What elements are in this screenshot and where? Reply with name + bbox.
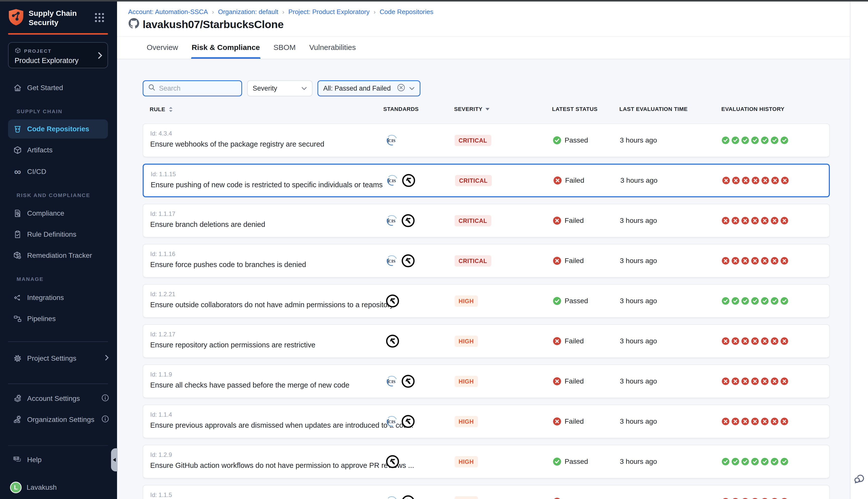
breadcrumb-account[interactable]: Account: Automation-SSCA (128, 8, 208, 15)
pass-icon (751, 297, 759, 305)
status-filter[interactable]: All: Passed and Failed (317, 80, 420, 96)
rule-name: Ensure webhooks of the package registry … (150, 140, 324, 148)
sidebar-item-code-repositories[interactable]: Code Repositories (0, 120, 117, 138)
breadcrumb-code-repositories[interactable]: Code Repositories (380, 8, 434, 15)
fail-icon (751, 257, 759, 265)
table-row[interactable]: Id: 1.1.9Ensure all checks have passed b… (143, 364, 830, 398)
user-menu[interactable]: L Lavakush (0, 479, 117, 496)
severity-badge: HIGH (455, 295, 478, 307)
home-icon (13, 83, 23, 93)
cis-standard-icon: CIS (386, 255, 398, 267)
rule-id: Id: 1.1.17 (150, 210, 175, 217)
cis-standard-icon: CIS (386, 174, 398, 186)
sidebar-item-project-settings[interactable]: Project Settings (0, 350, 117, 367)
status-cell: Failed (553, 405, 584, 438)
last-evaluation-time: 3 hours ago (620, 244, 657, 277)
search-box (143, 80, 242, 96)
gear-icon (13, 354, 23, 363)
fail-icon (761, 217, 769, 224)
section-supply-chain: SUPPLY CHAIN (16, 108, 62, 114)
fail-icon (771, 177, 779, 184)
help-chat-icon: ? (13, 455, 23, 464)
tab-sbom[interactable]: SBOM (273, 43, 296, 59)
fail-icon (732, 337, 739, 345)
sidebar-item-help[interactable]: ? Help (0, 451, 117, 468)
sidebar-item-integrations[interactable]: Integrations (0, 289, 117, 306)
pass-icon (751, 136, 759, 144)
layers-gear-icon (13, 394, 23, 403)
chat-support-icon[interactable] (853, 472, 866, 487)
fail-icon (781, 418, 788, 425)
last-evaluation-time: 3 hours ago (620, 365, 657, 398)
evaluation-history (722, 244, 788, 277)
section-risk-and-compliance: RISK AND COMPLIANCE (16, 192, 90, 198)
app-switcher-icon[interactable] (95, 13, 104, 22)
fail-icon (761, 177, 769, 184)
chevron-down-icon (409, 85, 415, 93)
clear-filter-icon[interactable] (397, 84, 405, 93)
owasp-standard-icon (386, 294, 399, 308)
info-icon (101, 415, 109, 424)
standards-cell: CIS (386, 485, 415, 499)
tab-overview[interactable]: Overview (146, 43, 179, 59)
table-row[interactable]: Id: 1.2.9Ensure GitHub action workflows … (143, 445, 830, 478)
tab-vulnerabilities[interactable]: Vulnerabilities (309, 43, 357, 59)
sidebar-item-rule-definitions[interactable]: Rule Definitions (0, 226, 117, 243)
standards-cell: CIS (386, 405, 415, 438)
fail-icon (752, 177, 759, 184)
table-row[interactable]: Id: 1.1.4Ensure previous approvals are d… (143, 405, 830, 438)
severity-cell: HIGH (455, 365, 478, 398)
sidebar-item-cicd[interactable]: ∞ CI/CD (0, 163, 117, 180)
sidebar-item-organization-settings[interactable]: Organization Settings (0, 411, 117, 428)
sidebar-item-remediation-tracker[interactable]: Remediation Tracker (0, 247, 117, 264)
sidebar: Supply Chain Security PROJECT Product Ex… (0, 1, 117, 499)
evaluation-history (722, 325, 788, 357)
breadcrumb-project[interactable]: Project: Product Exploratory (288, 8, 370, 15)
owasp-standard-icon (401, 375, 415, 388)
artifacts-cube-icon (13, 146, 23, 155)
search-input[interactable] (159, 85, 234, 93)
fail-icon (742, 177, 749, 184)
sidebar-item-pipelines[interactable]: Pipelines (0, 310, 117, 327)
table-row[interactable]: Id: 1.2.21Ensure outside collaborators d… (143, 284, 830, 318)
sort-icon (168, 106, 174, 113)
fail-icon (553, 217, 561, 224)
fail-icon (732, 257, 739, 265)
status-cell: Passed (553, 124, 588, 157)
table-row[interactable]: Id: 1.1.15Ensure pushing of new code is … (143, 164, 830, 197)
table-row[interactable]: Id: 1.1.17Ensure branch deletions are de… (143, 204, 830, 238)
last-evaluation-time: 3 hours ago (620, 204, 657, 237)
owasp-standard-icon (386, 455, 399, 468)
rule-id: Id: 4.3.4 (150, 130, 172, 137)
table-row[interactable]: Id: 1.1.5CISHIGHFailed3 hours ago (143, 485, 830, 499)
fail-icon (742, 337, 749, 345)
sidebar-divider (8, 341, 108, 342)
table-row[interactable]: Id: 4.3.4Ensure webhooks of the package … (143, 123, 830, 157)
owasp-standard-icon (402, 174, 415, 187)
column-severity[interactable]: SEVERITY (454, 106, 490, 112)
fail-icon (761, 498, 769, 499)
severity-dropdown[interactable]: Severity (247, 80, 312, 96)
sidebar-collapse-handle[interactable] (111, 448, 118, 471)
brand-divider (8, 33, 108, 35)
info-icon (101, 394, 109, 403)
svg-text:CIS: CIS (388, 219, 395, 223)
severity-cell: CRITICAL (455, 244, 491, 277)
evaluation-history (722, 124, 788, 157)
sidebar-item-artifacts[interactable]: Artifacts (0, 142, 117, 159)
sidebar-item-get-started[interactable]: Get Started (0, 79, 117, 96)
project-selector[interactable]: PROJECT Product Exploratory (8, 42, 108, 68)
sidebar-item-compliance[interactable]: Compliance (0, 205, 117, 222)
severity-badge: HIGH (455, 416, 478, 427)
breadcrumb-organization[interactable]: Organization: default (218, 8, 278, 15)
table-row[interactable]: Id: 1.1.16Ensure force pushes code to br… (143, 244, 830, 278)
sidebar-item-account-settings[interactable]: Account Settings (0, 390, 117, 407)
fail-icon (722, 217, 730, 224)
status-text: Passed (565, 136, 588, 144)
pass-icon (732, 297, 739, 305)
fail-icon (771, 257, 778, 265)
tab-risk-and-compliance[interactable]: Risk & Compliance (191, 43, 261, 59)
table-row[interactable]: Id: 1.2.17Ensure repository action permi… (143, 324, 830, 358)
severity-cell: HIGH (455, 325, 478, 357)
column-rule[interactable]: RULE (150, 106, 174, 113)
